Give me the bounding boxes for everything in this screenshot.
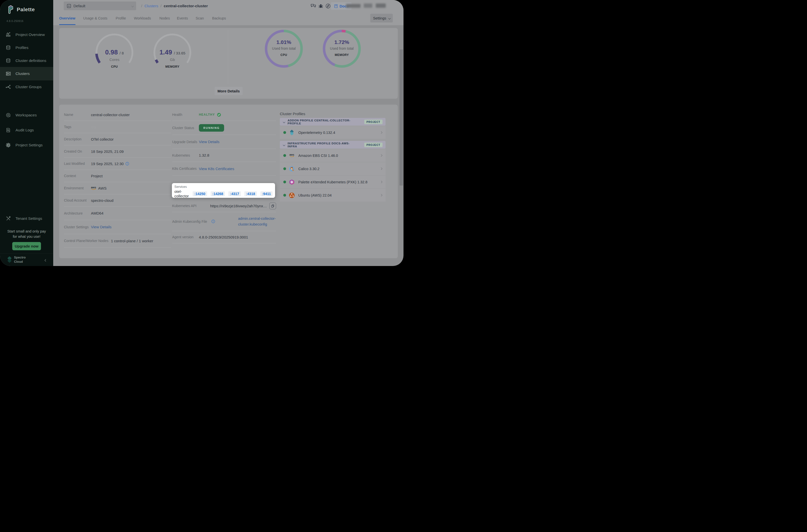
- breadcrumb-separator: /: [161, 4, 162, 8]
- detail-row-kubernetes-api: Kubernetes API https://ni9ozje18ivwoy2ah…: [172, 200, 276, 212]
- detail-row-last-modified: Last Modified 19 Sep 2025, 12:30: [64, 158, 171, 170]
- sidebar: Palette 4.8.0-250916 Project Overview Pr…: [0, 0, 53, 266]
- tab-overview[interactable]: Overview: [59, 12, 75, 25]
- copy-button[interactable]: [269, 203, 276, 209]
- detail-row-cluster-settings: Cluster Settings View Details: [64, 220, 171, 234]
- detail-row-environment: Environment aws AWS: [64, 182, 171, 194]
- detail-row-health: Health HEALTHY: [172, 109, 276, 121]
- tab-events[interactable]: Events: [177, 12, 188, 25]
- services-spotlight: Services otel-collector :14250 :14268 :4…: [172, 183, 275, 198]
- book-icon: [334, 4, 338, 8]
- profile-item-opentelemetry[interactable]: Opentelemetry 0.132.4: [280, 126, 386, 139]
- vertical-divider: [228, 31, 228, 84]
- check-circle-icon: [217, 113, 221, 117]
- chat-bubbles-icon: [310, 3, 316, 9]
- sidebar-item-cluster-definitions[interactable]: Cluster definitions: [0, 54, 53, 68]
- info-icon[interactable]: [211, 220, 215, 223]
- audit-doc-icon: [5, 127, 11, 133]
- tab-workloads[interactable]: Workloads: [134, 12, 151, 25]
- chevron-down-icon: [388, 16, 390, 20]
- view-k8s-certificates-link[interactable]: View K8s Certificates: [199, 167, 234, 171]
- app-version: 4.8.0-250916: [6, 19, 23, 22]
- detail-row-agent-version: Agent version 4.8.0-250919/20250919.0001: [172, 231, 276, 243]
- palette-logo-icon: [7, 4, 14, 15]
- sidebar-collapse-button[interactable]: [45, 258, 47, 262]
- running-status-pill: RUNNING: [199, 124, 224, 132]
- sidebar-item-project-settings[interactable]: Project Settings: [0, 138, 53, 152]
- scrollbar[interactable]: [399, 50, 403, 186]
- tab-nodes[interactable]: Nodes: [159, 12, 170, 25]
- sidebar-item-clusters[interactable]: Clusters: [0, 67, 53, 80]
- chevron-right-icon: [380, 154, 382, 157]
- cpu-unit: Cores: [94, 57, 134, 62]
- memory-gauge-chart: 1.49 / 33.65 Gb MEMORY: [152, 33, 192, 76]
- main-area: Default / Clusters / central-collector-c…: [53, 0, 404, 266]
- detail-row-architecture: Architecture AMD64: [64, 207, 171, 220]
- profile-group-addon[interactable]: ADDON PROFILE CENTRAL-COLLECTOR-PROFILE …: [280, 118, 386, 126]
- report-bug-button[interactable]: [318, 3, 324, 9]
- brand-name: Palette: [17, 6, 35, 13]
- details-middle-column-lower: Kubernetes API https://ni9ozje18ivwoy2ah…: [172, 200, 276, 243]
- chevron-down-icon: [283, 120, 285, 124]
- profile-item-calico[interactable]: Calico 3.30.2: [280, 162, 386, 175]
- breadcrumb-separator: /: [141, 4, 142, 8]
- detail-row-admin-kubeconfig: Admin Kubeconfig File admin.central-coll…: [172, 212, 276, 231]
- profile-item-ubuntu[interactable]: Ubuntu (AWS) 22.04: [280, 189, 386, 202]
- cluster-details-card: Name central-collector-cluster Tags n/a …: [59, 104, 398, 258]
- service-port-link[interactable]: :4317: [228, 191, 241, 196]
- memory-used-value: 1.49 / 33.65: [152, 49, 192, 56]
- opentelemetry-icon: [289, 130, 295, 136]
- service-port-link[interactable]: :9411: [260, 191, 273, 196]
- sidebar-item-profiles[interactable]: Profiles: [0, 41, 53, 54]
- status-dot: [283, 167, 286, 170]
- project-selector[interactable]: Default: [64, 1, 136, 10]
- memory-unit: Gb: [152, 57, 192, 62]
- profile-group-infrastructure[interactable]: INFRASTRUCTURE PROFILE DOCS-AWS-INFRA PR…: [280, 141, 386, 149]
- memory-donut-title: MEMORY: [322, 53, 362, 57]
- cluster-profiles-title: Cluster Profiles: [280, 112, 386, 116]
- sidebar-item-workspaces[interactable]: Workspaces: [0, 108, 53, 122]
- help-tours-button[interactable]: [325, 3, 331, 9]
- cluster-settings-view-details-link[interactable]: View Details: [91, 225, 111, 229]
- sidebar-item-project-overview[interactable]: Project Overview: [0, 28, 53, 41]
- tab-scan[interactable]: Scan: [195, 12, 204, 25]
- upgrade-view-details-link[interactable]: View Details: [199, 140, 219, 144]
- detail-row-description: Description OTel collector: [64, 133, 171, 145]
- more-details-button[interactable]: More Details: [214, 87, 243, 95]
- sidebar-item-tenant-settings[interactable]: Tenant Settings: [0, 212, 53, 225]
- profile-item-amazon-ebs-csi[interactable]: aws Amazon EBS CSI 1.46.0: [280, 149, 386, 162]
- status-dot: [283, 154, 286, 157]
- cpu-used-value: 0.98 / 8: [94, 49, 134, 56]
- layers-icon: [5, 45, 11, 51]
- service-port-link[interactable]: :14250: [193, 191, 207, 196]
- app-window: Palette 4.8.0-250916 Project Overview Pr…: [0, 0, 404, 266]
- detail-row-tags: Tags n/a: [64, 121, 171, 133]
- detail-row-cloud-account: Cloud Account spectro-cloud: [64, 194, 171, 207]
- settings-button[interactable]: Settings: [370, 14, 393, 22]
- admin-kubeconfig-link[interactable]: admin.central-collector-cluster.kubeconf…: [238, 216, 276, 227]
- profile-item-pxk[interactable]: Palette eXtended Kubernetes (PXK) 1.32.8: [280, 176, 386, 188]
- upgrade-now-button[interactable]: Upgrade now: [12, 242, 41, 250]
- redacted-user-icon: [364, 3, 372, 8]
- feedback-chat-button[interactable]: [310, 3, 317, 9]
- network-icon: [5, 84, 11, 90]
- sidebar-item-cluster-groups[interactable]: Cluster Groups: [0, 80, 53, 94]
- info-icon[interactable]: [126, 162, 129, 166]
- tab-usage-costs[interactable]: Usage & Costs: [83, 12, 108, 25]
- tab-profile[interactable]: Profile: [116, 12, 126, 25]
- tab-backups[interactable]: Backups: [212, 12, 226, 25]
- aws-icon: aws: [289, 153, 295, 158]
- detail-row-name: Name central-collector-cluster: [64, 109, 171, 121]
- brand: Palette: [7, 4, 35, 15]
- spectro-cloud-logo-icon: [6, 256, 13, 264]
- breadcrumb-link-clusters[interactable]: Clusters: [145, 4, 158, 8]
- sidebar-item-audit-logs[interactable]: Audit Logs: [0, 124, 53, 137]
- service-port-link[interactable]: :4318: [244, 191, 257, 196]
- layers-icon: [5, 58, 11, 63]
- detail-row-created-on: Created On 18 Sep 2025, 21:09: [64, 145, 171, 158]
- service-port-link[interactable]: :14268: [211, 191, 225, 196]
- promo-line2: for what you use!: [0, 234, 53, 239]
- health-status-badge: HEALTHY: [199, 113, 221, 117]
- sidebar-item-label: Project Overview: [16, 33, 45, 37]
- cpu-gauge-title: CPU: [94, 65, 134, 69]
